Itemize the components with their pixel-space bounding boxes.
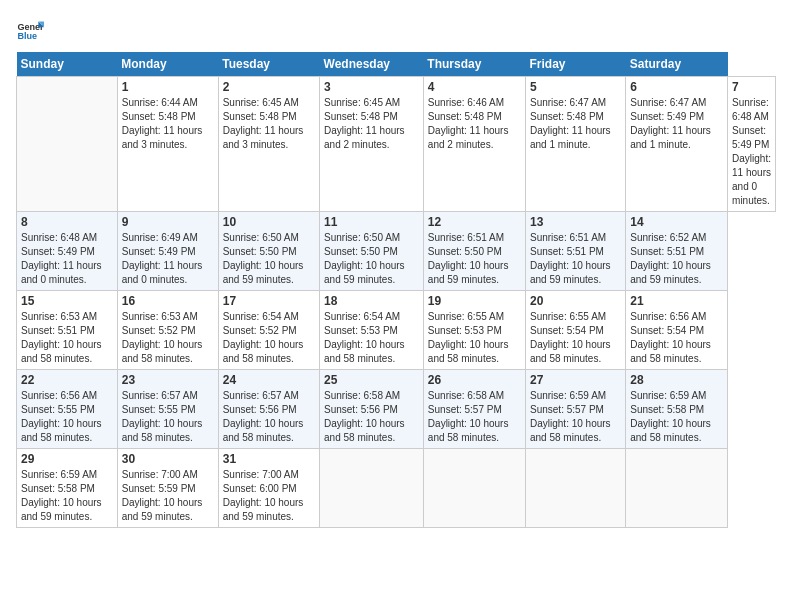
calendar-day-cell: 3Sunrise: 6:45 AM Sunset: 5:48 PM Daylig… bbox=[320, 77, 424, 212]
day-info: Sunrise: 6:45 AM Sunset: 5:48 PM Dayligh… bbox=[223, 96, 315, 152]
day-number: 19 bbox=[428, 294, 521, 308]
day-number: 20 bbox=[530, 294, 621, 308]
column-header-saturday: Saturday bbox=[626, 52, 728, 77]
calendar-day-cell: 31Sunrise: 7:00 AM Sunset: 6:00 PM Dayli… bbox=[218, 449, 319, 528]
calendar-day-cell: 11Sunrise: 6:50 AM Sunset: 5:50 PM Dayli… bbox=[320, 212, 424, 291]
empty-cell bbox=[320, 449, 424, 528]
day-number: 18 bbox=[324, 294, 419, 308]
day-number: 28 bbox=[630, 373, 723, 387]
calendar-day-cell: 24Sunrise: 6:57 AM Sunset: 5:56 PM Dayli… bbox=[218, 370, 319, 449]
day-number: 30 bbox=[122, 452, 214, 466]
day-info: Sunrise: 6:47 AM Sunset: 5:48 PM Dayligh… bbox=[530, 96, 621, 152]
day-number: 14 bbox=[630, 215, 723, 229]
calendar-day-cell: 6Sunrise: 6:47 AM Sunset: 5:49 PM Daylig… bbox=[626, 77, 728, 212]
day-number: 5 bbox=[530, 80, 621, 94]
day-info: Sunrise: 6:46 AM Sunset: 5:48 PM Dayligh… bbox=[428, 96, 521, 152]
day-number: 10 bbox=[223, 215, 315, 229]
calendar-day-cell: 4Sunrise: 6:46 AM Sunset: 5:48 PM Daylig… bbox=[423, 77, 525, 212]
day-info: Sunrise: 6:48 AM Sunset: 5:49 PM Dayligh… bbox=[21, 231, 113, 287]
day-number: 27 bbox=[530, 373, 621, 387]
calendar-week-row: 22Sunrise: 6:56 AM Sunset: 5:55 PM Dayli… bbox=[17, 370, 776, 449]
day-info: Sunrise: 6:52 AM Sunset: 5:51 PM Dayligh… bbox=[630, 231, 723, 287]
day-info: Sunrise: 6:49 AM Sunset: 5:49 PM Dayligh… bbox=[122, 231, 214, 287]
day-info: Sunrise: 6:59 AM Sunset: 5:58 PM Dayligh… bbox=[21, 468, 113, 524]
column-header-thursday: Thursday bbox=[423, 52, 525, 77]
calendar-day-cell: 18Sunrise: 6:54 AM Sunset: 5:53 PM Dayli… bbox=[320, 291, 424, 370]
calendar-day-cell: 12Sunrise: 6:51 AM Sunset: 5:50 PM Dayli… bbox=[423, 212, 525, 291]
calendar-day-cell: 28Sunrise: 6:59 AM Sunset: 5:58 PM Dayli… bbox=[626, 370, 728, 449]
day-info: Sunrise: 6:55 AM Sunset: 5:54 PM Dayligh… bbox=[530, 310, 621, 366]
calendar-header-row: SundayMondayTuesdayWednesdayThursdayFrid… bbox=[17, 52, 776, 77]
logo-icon: General Blue bbox=[16, 16, 44, 44]
day-info: Sunrise: 7:00 AM Sunset: 5:59 PM Dayligh… bbox=[122, 468, 214, 524]
day-info: Sunrise: 7:00 AM Sunset: 6:00 PM Dayligh… bbox=[223, 468, 315, 524]
calendar-week-row: 15Sunrise: 6:53 AM Sunset: 5:51 PM Dayli… bbox=[17, 291, 776, 370]
day-info: Sunrise: 6:44 AM Sunset: 5:48 PM Dayligh… bbox=[122, 96, 214, 152]
calendar-day-cell: 2Sunrise: 6:45 AM Sunset: 5:48 PM Daylig… bbox=[218, 77, 319, 212]
day-number: 22 bbox=[21, 373, 113, 387]
calendar-week-row: 1Sunrise: 6:44 AM Sunset: 5:48 PM Daylig… bbox=[17, 77, 776, 212]
calendar-day-cell: 30Sunrise: 7:00 AM Sunset: 5:59 PM Dayli… bbox=[117, 449, 218, 528]
calendar-day-cell: 14Sunrise: 6:52 AM Sunset: 5:51 PM Dayli… bbox=[626, 212, 728, 291]
day-number: 24 bbox=[223, 373, 315, 387]
calendar-day-cell: 17Sunrise: 6:54 AM Sunset: 5:52 PM Dayli… bbox=[218, 291, 319, 370]
calendar-day-cell: 5Sunrise: 6:47 AM Sunset: 5:48 PM Daylig… bbox=[526, 77, 626, 212]
column-header-friday: Friday bbox=[526, 52, 626, 77]
calendar-day-cell: 9Sunrise: 6:49 AM Sunset: 5:49 PM Daylig… bbox=[117, 212, 218, 291]
day-info: Sunrise: 6:53 AM Sunset: 5:51 PM Dayligh… bbox=[21, 310, 113, 366]
day-info: Sunrise: 6:48 AM Sunset: 5:49 PM Dayligh… bbox=[732, 96, 771, 208]
empty-cell bbox=[526, 449, 626, 528]
day-number: 13 bbox=[530, 215, 621, 229]
empty-cell bbox=[626, 449, 728, 528]
day-number: 3 bbox=[324, 80, 419, 94]
calendar-day-cell: 20Sunrise: 6:55 AM Sunset: 5:54 PM Dayli… bbox=[526, 291, 626, 370]
day-number: 23 bbox=[122, 373, 214, 387]
day-info: Sunrise: 6:45 AM Sunset: 5:48 PM Dayligh… bbox=[324, 96, 419, 152]
calendar-day-cell: 7Sunrise: 6:48 AM Sunset: 5:49 PM Daylig… bbox=[728, 77, 776, 212]
day-info: Sunrise: 6:59 AM Sunset: 5:57 PM Dayligh… bbox=[530, 389, 621, 445]
day-number: 25 bbox=[324, 373, 419, 387]
day-number: 4 bbox=[428, 80, 521, 94]
svg-text:Blue: Blue bbox=[17, 31, 37, 41]
calendar-day-cell: 16Sunrise: 6:53 AM Sunset: 5:52 PM Dayli… bbox=[117, 291, 218, 370]
day-info: Sunrise: 6:54 AM Sunset: 5:53 PM Dayligh… bbox=[324, 310, 419, 366]
calendar-week-row: 8Sunrise: 6:48 AM Sunset: 5:49 PM Daylig… bbox=[17, 212, 776, 291]
calendar-day-cell: 1Sunrise: 6:44 AM Sunset: 5:48 PM Daylig… bbox=[117, 77, 218, 212]
calendar-week-row: 29Sunrise: 6:59 AM Sunset: 5:58 PM Dayli… bbox=[17, 449, 776, 528]
day-number: 17 bbox=[223, 294, 315, 308]
day-info: Sunrise: 6:57 AM Sunset: 5:56 PM Dayligh… bbox=[223, 389, 315, 445]
calendar-day-cell: 25Sunrise: 6:58 AM Sunset: 5:56 PM Dayli… bbox=[320, 370, 424, 449]
day-info: Sunrise: 6:50 AM Sunset: 5:50 PM Dayligh… bbox=[223, 231, 315, 287]
day-number: 21 bbox=[630, 294, 723, 308]
day-info: Sunrise: 6:56 AM Sunset: 5:54 PM Dayligh… bbox=[630, 310, 723, 366]
calendar-day-cell: 29Sunrise: 6:59 AM Sunset: 5:58 PM Dayli… bbox=[17, 449, 118, 528]
day-number: 6 bbox=[630, 80, 723, 94]
empty-cell bbox=[423, 449, 525, 528]
day-info: Sunrise: 6:58 AM Sunset: 5:56 PM Dayligh… bbox=[324, 389, 419, 445]
calendar-day-cell: 8Sunrise: 6:48 AM Sunset: 5:49 PM Daylig… bbox=[17, 212, 118, 291]
empty-cell bbox=[17, 77, 118, 212]
day-number: 7 bbox=[732, 80, 771, 94]
day-number: 2 bbox=[223, 80, 315, 94]
day-info: Sunrise: 6:53 AM Sunset: 5:52 PM Dayligh… bbox=[122, 310, 214, 366]
day-number: 8 bbox=[21, 215, 113, 229]
day-info: Sunrise: 6:55 AM Sunset: 5:53 PM Dayligh… bbox=[428, 310, 521, 366]
logo: General Blue bbox=[16, 16, 44, 44]
calendar-day-cell: 13Sunrise: 6:51 AM Sunset: 5:51 PM Dayli… bbox=[526, 212, 626, 291]
calendar-day-cell: 15Sunrise: 6:53 AM Sunset: 5:51 PM Dayli… bbox=[17, 291, 118, 370]
calendar-day-cell: 19Sunrise: 6:55 AM Sunset: 5:53 PM Dayli… bbox=[423, 291, 525, 370]
day-info: Sunrise: 6:56 AM Sunset: 5:55 PM Dayligh… bbox=[21, 389, 113, 445]
calendar-table: SundayMondayTuesdayWednesdayThursdayFrid… bbox=[16, 52, 776, 528]
column-header-sunday: Sunday bbox=[17, 52, 118, 77]
column-header-tuesday: Tuesday bbox=[218, 52, 319, 77]
day-info: Sunrise: 6:47 AM Sunset: 5:49 PM Dayligh… bbox=[630, 96, 723, 152]
day-number: 31 bbox=[223, 452, 315, 466]
day-number: 9 bbox=[122, 215, 214, 229]
day-info: Sunrise: 6:51 AM Sunset: 5:50 PM Dayligh… bbox=[428, 231, 521, 287]
calendar-day-cell: 27Sunrise: 6:59 AM Sunset: 5:57 PM Dayli… bbox=[526, 370, 626, 449]
day-number: 12 bbox=[428, 215, 521, 229]
calendar-day-cell: 22Sunrise: 6:56 AM Sunset: 5:55 PM Dayli… bbox=[17, 370, 118, 449]
day-info: Sunrise: 6:59 AM Sunset: 5:58 PM Dayligh… bbox=[630, 389, 723, 445]
day-info: Sunrise: 6:54 AM Sunset: 5:52 PM Dayligh… bbox=[223, 310, 315, 366]
day-number: 26 bbox=[428, 373, 521, 387]
